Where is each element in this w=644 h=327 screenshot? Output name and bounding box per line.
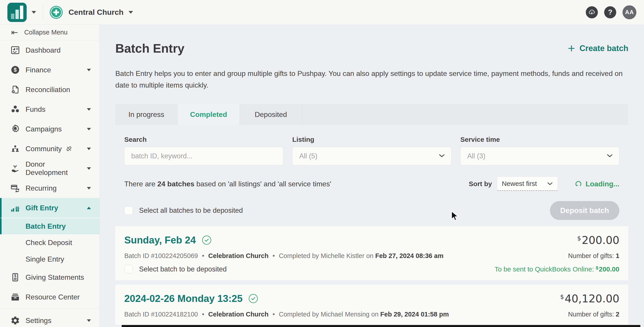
- sort-value: Newest first: [502, 180, 537, 188]
- select-all-row: Select all batches to be deposited Depos…: [115, 201, 628, 220]
- create-batch-label: Create batch: [580, 44, 628, 53]
- unlink-icon: [66, 145, 72, 152]
- sidebar-item-campaigns[interactable]: Campaigns: [0, 119, 100, 139]
- topbar-left: Central Church: [8, 3, 133, 22]
- loading-label: Loading...: [586, 180, 619, 188]
- batch-meta: Batch ID #100224205069•Celebration Churc…: [124, 252, 443, 260]
- sidebar: ⇤ Collapse Menu Dashboard $ Finance Reco…: [0, 25, 100, 327]
- bottom-scrubber-bar: [122, 325, 640, 327]
- sidebar-item-label: Finance: [26, 66, 51, 74]
- gear-icon: [10, 316, 20, 326]
- page-description: Batch Entry helps you to enter and group…: [115, 68, 628, 91]
- listing-select[interactable]: All (5): [292, 147, 451, 165]
- donor-development-icon: [10, 164, 20, 173]
- batch-card: 2024-02-26 Monday 13:25 $40,120.00 Batch…: [115, 285, 628, 325]
- chevron-down-icon: [87, 128, 91, 130]
- sidebar-item-label: Recurring: [26, 184, 57, 192]
- sidebar-item-donor-development[interactable]: Donor Development: [0, 158, 100, 178]
- batch-meta: Batch ID #100224182100•Celebration Churc…: [124, 311, 449, 318]
- create-batch-button[interactable]: Create batch: [568, 44, 628, 53]
- sidebar-item-check-deposit[interactable]: Check Deposit: [0, 234, 100, 251]
- dashboard-icon: [10, 45, 20, 55]
- question-mark-icon: ?: [608, 8, 612, 16]
- chevron-down-icon: [87, 187, 91, 190]
- listing-value: All (5): [299, 152, 317, 160]
- sort-select[interactable]: Newest first: [497, 177, 557, 191]
- sidebar-item-finance[interactable]: $ Finance: [0, 60, 100, 80]
- sidebar-item-label: Reconciliation: [26, 86, 70, 94]
- collapse-menu-button[interactable]: ⇤ Collapse Menu: [0, 25, 100, 40]
- deposit-batch-button[interactable]: Deposit batch: [550, 201, 619, 220]
- sidebar-item-recurring[interactable]: Recurring: [0, 178, 100, 198]
- org-switcher-caret-icon[interactable]: [128, 11, 133, 14]
- service-time-select[interactable]: All (3): [460, 147, 619, 165]
- plus-icon: [568, 44, 576, 52]
- sidebar-item-settings[interactable]: Settings: [0, 311, 100, 327]
- search-filter: Search: [124, 136, 283, 165]
- check-circle-icon: [248, 294, 258, 304]
- results-summary: There are 24 batches based on 'all listi…: [124, 180, 331, 188]
- sidebar-item-resource-center[interactable]: Resource Center: [0, 287, 100, 307]
- gift-entry-icon: [10, 203, 20, 213]
- chevron-down-icon: [547, 182, 553, 186]
- avatar[interactable]: AA: [622, 6, 636, 19]
- giving-statements-icon: $: [10, 272, 20, 282]
- sidebar-item-label: Batch Entry: [26, 222, 66, 230]
- community-icon: [10, 144, 20, 154]
- topbar: Central Church ? AA: [0, 0, 644, 25]
- sidebar-item-label: Donor Development: [26, 160, 87, 177]
- results-row: There are 24 batches based on 'all listi…: [115, 177, 628, 191]
- sidebar-item-label: Settings: [26, 316, 52, 325]
- tab-bar-filler: [302, 104, 628, 125]
- sidebar-item-batch-entry[interactable]: Batch Entry: [0, 218, 100, 234]
- org-name[interactable]: Central Church: [68, 8, 124, 16]
- tab-completed[interactable]: Completed: [178, 104, 240, 125]
- chevron-down-icon: [87, 320, 91, 322]
- tab-deposited[interactable]: Deposited: [240, 104, 302, 125]
- quickbooks-amount: To be sent to QuickBooks Online: $200.00: [495, 266, 619, 273]
- batch-select-checkbox[interactable]: [124, 265, 133, 274]
- chevron-down-icon: [87, 69, 91, 71]
- filters-row: Search Listing All (5) Service time All …: [115, 136, 628, 165]
- sidebar-item-funds[interactable]: Funds: [0, 100, 100, 119]
- export-download-button[interactable]: [586, 6, 598, 18]
- sidebar-item-reconciliation[interactable]: Reconciliation: [0, 80, 100, 100]
- batch-title-link[interactable]: Sunday, Feb 24: [124, 234, 196, 246]
- chevron-up-icon: [87, 207, 91, 209]
- sidebar-item-giving-statements[interactable]: $ Giving Statements: [0, 268, 100, 287]
- sidebar-item-label: Check Deposit: [26, 238, 72, 247]
- sidebar-item-single-entry[interactable]: Single Entry: [0, 251, 100, 268]
- chevron-down-icon: [606, 154, 613, 158]
- sidebar-item-dashboard[interactable]: Dashboard: [0, 40, 100, 60]
- sidebar-item-label: Giving Statements: [26, 273, 84, 282]
- chevron-down-icon: [87, 108, 91, 111]
- org-badge-icon[interactable]: [50, 6, 63, 19]
- resource-center-icon: [10, 292, 20, 302]
- recurring-icon: [10, 183, 20, 193]
- help-button[interactable]: ?: [604, 6, 616, 18]
- search-label: Search: [124, 136, 283, 143]
- chevron-down-icon: [87, 148, 91, 150]
- batch-title-link[interactable]: 2024-02-26 Monday 13:25: [124, 293, 242, 304]
- sidebar-item-label: Campaigns: [26, 125, 62, 133]
- campaigns-icon: [10, 124, 20, 134]
- reconciliation-icon: [10, 85, 20, 94]
- app-switcher-caret-icon[interactable]: [32, 11, 36, 14]
- search-input[interactable]: [131, 152, 276, 160]
- select-all-checkbox[interactable]: [124, 206, 133, 215]
- pushpay-logo-icon[interactable]: [8, 3, 27, 22]
- svg-text:$: $: [14, 274, 16, 278]
- loading-spinner-icon: [574, 180, 582, 188]
- service-time-label: Service time: [460, 136, 619, 143]
- batch-amount: $200.00: [577, 234, 619, 246]
- chevron-down-icon: [87, 167, 91, 170]
- batch-card: Sunday, Feb 24 $200.00 Batch ID #1002242…: [115, 226, 628, 280]
- sidebar-item-community[interactable]: Community: [0, 139, 100, 158]
- loading-indicator: Loading...: [574, 180, 619, 188]
- batch-select-label: Select batch to be deposited: [139, 265, 226, 273]
- tab-in-progress[interactable]: In progress: [115, 104, 178, 125]
- sidebar-item-label: Single Entry: [26, 255, 64, 264]
- listing-label: Listing: [292, 136, 451, 143]
- check-circle-icon: [202, 235, 212, 245]
- sidebar-item-gift-entry[interactable]: Gift Entry: [0, 198, 100, 218]
